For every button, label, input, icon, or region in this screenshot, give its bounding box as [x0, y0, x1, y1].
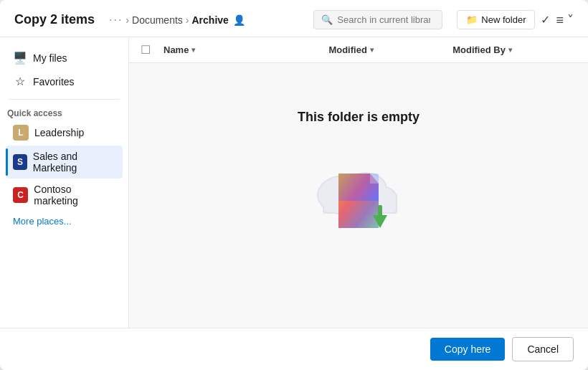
favorites-icon: ☆: [13, 75, 27, 88]
dialog-header: Copy 2 items ··· › Documents › Archive 👤…: [0, 0, 588, 37]
sidebar-divider: [9, 99, 120, 100]
search-input[interactable]: [337, 14, 430, 25]
main-content: ☐ Name ▾ Modified ▾ Modified By ▾ This f…: [129, 37, 588, 328]
breadcrumb-sep-2: ›: [186, 14, 189, 26]
new-folder-label: New folder: [481, 14, 526, 25]
column-modified[interactable]: Modified ▾: [328, 44, 452, 55]
sidebar-favorites-label: Favorites: [33, 76, 75, 87]
quick-access-title: Quick access: [0, 105, 128, 120]
myfiles-icon: 🖥️: [13, 51, 27, 65]
search-icon: 🔍: [321, 14, 333, 25]
name-sort-arrow: ▾: [191, 46, 195, 54]
sidebar-sales-label: Sales and Marketing: [33, 151, 115, 174]
contoso-icon: C: [13, 187, 28, 203]
breadcrumb-archive[interactable]: Archive: [192, 14, 229, 26]
breadcrumb-documents[interactable]: Documents: [132, 14, 183, 26]
check-icon[interactable]: ✓: [541, 13, 550, 27]
more-places-link[interactable]: More places...: [0, 212, 128, 231]
sidebar-myfiles-label: My files: [33, 52, 67, 64]
share-icon: 👤: [233, 14, 245, 26]
empty-state: This folder is empty: [129, 63, 588, 328]
copy-here-button[interactable]: Copy here: [430, 338, 506, 361]
sidebar-item-sales[interactable]: S Sales and Marketing: [6, 146, 123, 179]
modified-sort-arrow: ▾: [370, 46, 374, 54]
active-bar: [6, 148, 8, 176]
table-header: ☐ Name ▾ Modified ▾ Modified By ▾: [129, 37, 588, 63]
sidebar-leadership-label: Leadership: [34, 127, 84, 138]
sidebar-nav: 🖥️ My files ☆ Favorites: [0, 46, 128, 93]
sidebar: 🖥️ My files ☆ Favorites Quick access L L…: [0, 37, 129, 328]
sales-icon: S: [13, 154, 27, 170]
cancel-button[interactable]: Cancel: [512, 337, 574, 361]
breadcrumb-dots[interactable]: ···: [109, 14, 123, 27]
breadcrumb: ··· › Documents › Archive 👤: [109, 14, 305, 27]
sidebar-item-myfiles[interactable]: 🖥️ My files: [6, 46, 123, 70]
sidebar-contoso-label: Contoso marketing: [34, 184, 115, 207]
search-box[interactable]: 🔍: [313, 10, 442, 29]
dialog-title: Copy 2 items: [14, 12, 100, 27]
empty-title: This folder is empty: [298, 110, 419, 125]
copy-dialog: Copy 2 items ··· › Documents › Archive 👤…: [0, 0, 588, 370]
header-actions: 📁 New folder ✓ ≡ ˅: [457, 10, 574, 29]
new-folder-icon: 📁: [466, 14, 478, 25]
modified-by-sort-arrow: ▾: [508, 46, 512, 54]
sidebar-item-contoso[interactable]: C Contoso marketing: [6, 179, 123, 212]
leadership-icon: L: [13, 125, 29, 141]
svg-rect-9: [338, 201, 379, 228]
svg-rect-11: [378, 205, 382, 217]
breadcrumb-sep-1: ›: [125, 14, 129, 26]
empty-illustration: [301, 138, 416, 252]
column-name[interactable]: Name ▾: [163, 44, 328, 55]
column-modified-by[interactable]: Modified By ▾: [452, 44, 577, 55]
sidebar-quick-access: L Leadership S Sales and Marketing C Con…: [0, 120, 128, 212]
dialog-footer: Copy here Cancel: [0, 328, 588, 370]
sidebar-item-favorites[interactable]: ☆ Favorites: [6, 70, 123, 93]
new-folder-button[interactable]: 📁 New folder: [457, 10, 535, 29]
svg-rect-8: [338, 174, 379, 201]
dialog-body: 🖥️ My files ☆ Favorites Quick access L L…: [0, 37, 588, 328]
sidebar-item-leadership[interactable]: L Leadership: [6, 120, 123, 146]
menu-icon[interactable]: ≡ ˅: [556, 12, 574, 28]
illustration-svg: [301, 138, 416, 252]
column-checkbox: ☐: [141, 43, 163, 57]
